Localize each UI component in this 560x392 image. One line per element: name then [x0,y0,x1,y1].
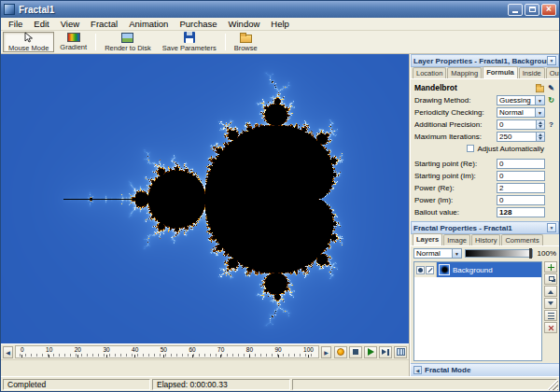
field-drawing-method: Drawing Method: Guessing ▼ ↻ [414,94,556,106]
merge-layer-button[interactable] [544,310,557,321]
next-frame-button[interactable] [379,346,392,358]
start-re-input[interactable] [497,160,544,168]
menu-help[interactable]: Help [265,18,295,30]
chevron-down-icon[interactable]: ▼ [535,108,544,117]
save-parameters-label: Save Parameters [162,44,217,52]
toolbar-separator [95,34,96,50]
blend-mode-select[interactable]: Normal ▼ [413,248,462,259]
menu-fractal[interactable]: Fractal [85,18,123,30]
menu-purchase[interactable]: Purchase [174,18,222,30]
fractal-mode-bar[interactable]: ◀ Fractal Mode [411,363,559,376]
record-button[interactable] [334,346,347,358]
spin-down-icon[interactable] [537,125,544,130]
render-to-disk-button[interactable]: Render to Disk [99,32,157,52]
fractal-properties-header: Fractal Properties - Fractal1 ▼ [411,221,559,234]
field-start-re: Starting point (Re): [414,158,556,170]
adjust-automatically-checkbox[interactable] [467,145,474,152]
layer-name: Background [453,266,493,274]
timeline-scroll-right-button[interactable]: ▶ [321,346,331,358]
menu-view[interactable]: View [55,18,85,30]
chevron-down-icon[interactable]: ▼ [535,96,544,105]
power-im-field[interactable] [497,195,545,205]
precision-input[interactable] [497,120,536,129]
layer-properties-tabs: Location Mapping Formula Inside Outside [411,67,559,79]
resize-grip[interactable] [548,380,558,390]
keyframe-track[interactable] [1,359,409,376]
formula-tab-content: Mandelbrot ✎ Drawing Method: Guessing ▼ … [411,79,559,221]
move-layer-down-button[interactable] [544,298,557,309]
delete-layer-button[interactable] [544,322,557,333]
panel-collapse-button[interactable]: ▼ [547,56,556,65]
menu-animation[interactable]: Animation [123,18,174,30]
max-iterations-input[interactable] [497,133,536,141]
field-maximum-iterations: Maximum Iterations: [414,131,556,143]
start-im-input[interactable] [497,172,544,180]
minimize-button[interactable] [508,4,523,16]
start-re-field[interactable] [497,159,545,169]
browse-formula-icon[interactable] [535,83,545,93]
start-im-field[interactable] [497,171,545,181]
tab-history[interactable]: History [471,234,500,245]
power-re-input[interactable] [497,184,544,192]
menu-edit[interactable]: Edit [28,18,54,30]
power-re-field[interactable] [497,183,545,193]
periodicity-select[interactable]: Normal ▼ [497,107,545,118]
timeline-scroll-left-button[interactable]: ◀ [3,346,13,358]
layer-row-background[interactable]: Background [414,262,541,277]
precision-stepper[interactable] [497,119,545,130]
layer-tool-strip [544,261,558,333]
stop-button[interactable] [349,346,362,358]
browse-button[interactable]: Browse [229,32,263,52]
tab-comments[interactable]: Comments [501,234,542,245]
drawing-method-select[interactable]: Guessing ▼ [497,95,545,105]
mouse-mode-button[interactable]: Mouse Mode [3,32,54,52]
bailout-field[interactable] [497,207,545,217]
title-bar[interactable]: Fractal1 × [1,1,559,18]
power-im-input[interactable] [497,196,544,204]
max-iterations-label: Maximum Iterations: [414,133,497,141]
fractal-canvas[interactable] [1,54,409,343]
tab-image[interactable]: Image [443,234,470,245]
maximize-button[interactable] [525,4,539,16]
tab-formula[interactable]: Formula [483,66,518,78]
tab-layers[interactable]: Layers [413,233,442,245]
tab-inside[interactable]: Inside [519,67,545,78]
menu-window[interactable]: Window [223,18,266,30]
close-button[interactable]: × [541,4,556,16]
precision-label: Additional Precision: [414,120,497,129]
opacity-value: 100% [536,249,556,258]
duplicate-layer-button[interactable] [544,273,557,285]
spinner [536,133,544,141]
edit-formula-icon[interactable]: ✎ [546,83,556,93]
move-layer-up-button[interactable] [544,286,557,297]
max-iterations-stepper[interactable] [497,132,545,142]
arrow-up-icon [548,287,553,294]
render-label: Render to Disk [105,44,151,52]
tick: 90 [274,346,281,357]
play-button[interactable] [364,346,377,358]
layer-visibility-toggle[interactable] [416,266,425,274]
layer-selected-body[interactable]: Background [437,262,541,277]
duplicate-icon [549,276,554,281]
slider-handle[interactable] [529,248,532,259]
tab-location[interactable]: Location [413,67,446,78]
tab-outside[interactable]: Outside [546,67,560,78]
panel-collapse-button[interactable]: ▼ [547,223,556,232]
save-parameters-button[interactable]: Save Parameters [157,32,222,52]
opacity-slider[interactable] [465,249,533,258]
layer-edit-toggle[interactable] [426,266,434,274]
cursor-icon [23,32,35,43]
help-icon[interactable]: ? [546,119,556,130]
add-layer-button[interactable] [544,261,557,273]
bailout-input[interactable] [497,208,544,217]
menu-file[interactable]: File [3,18,28,30]
spin-down-icon[interactable] [537,137,544,142]
chevron-down-icon[interactable]: ▼ [452,249,461,258]
plus-icon [548,264,554,271]
gradient-button[interactable]: Gradient [54,32,92,52]
reload-icon[interactable]: ↻ [546,95,556,105]
tab-mapping[interactable]: Mapping [447,67,482,78]
tick: 20 [75,346,81,357]
film-button[interactable] [394,346,407,358]
timeline-ruler[interactable]: 0 10 20 30 40 50 60 70 80 90 100 [15,345,319,358]
